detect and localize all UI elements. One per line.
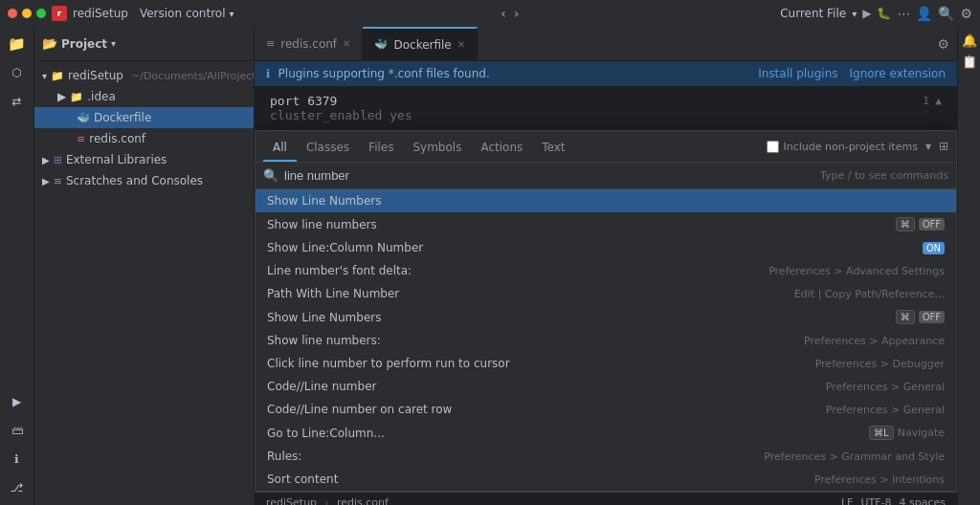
result-name-12: Rules: [267, 450, 301, 463]
back-icon[interactable]: ‹ [501, 6, 506, 21]
tab-redis-close-icon[interactable]: ✕ [343, 38, 350, 49]
titlebar: r rediSetup Version control ▾ ‹ › Curren… [0, 0, 980, 27]
search-glass-icon: 🔍 [263, 168, 278, 183]
result-item-2[interactable]: Show line numbers ⌘ OFF [256, 212, 956, 236]
dockerfile-icon: 🐳 [77, 112, 90, 124]
tab-dockerfile-icon: 🐳 [374, 38, 388, 51]
result-item-9[interactable]: Code//Line number Preferences > General [256, 375, 956, 398]
sidebar-icon-info[interactable]: ℹ [4, 446, 31, 472]
notif-actions: Install plugins Ignore extension [758, 67, 946, 80]
maximize-dot[interactable] [36, 9, 46, 18]
badge-on-3: ON [923, 242, 945, 254]
tab-dockerfile-close-icon[interactable]: ✕ [457, 39, 465, 50]
notification-bell-icon[interactable]: 🔔 [960, 31, 979, 50]
tab-redis-label: redis.conf [280, 37, 337, 51]
result-name-5: Path With Line Number [267, 287, 399, 300]
debug-icon[interactable]: 🐛 [877, 7, 891, 20]
tab-symbols[interactable]: Symbols [403, 135, 471, 162]
clipboard-icon[interactable]: 📋 [960, 52, 979, 71]
external-label: External Libraries [66, 153, 167, 166]
minimize-dot[interactable] [22, 9, 32, 18]
idea-folder-icon: 📁 [70, 91, 83, 103]
project-icon: 📂 [42, 36, 57, 51]
result-shortcut-11: ⌘L Navigate [869, 426, 945, 440]
search-input[interactable] [284, 168, 814, 183]
sidebar-icon-merge[interactable]: ⇄ [4, 88, 31, 115]
breadcrumb-project[interactable]: rediSetup [266, 496, 317, 505]
current-file-section: Current File ▾ ▶ 🐛 ⋯ 👤 🔍 ⚙ [780, 6, 972, 21]
root-expand-icon: ▾ [42, 71, 47, 81]
search-tabs: All Classes Files Symbols Actions Text I… [256, 131, 956, 163]
result-item-13[interactable]: Sort content Preferences > Intentions [256, 468, 956, 491]
status-indent[interactable]: 4 spaces [900, 496, 947, 505]
result-item-12[interactable]: Rules: Preferences > Grammar and Style [256, 445, 956, 468]
kbd-11: ⌘L [869, 426, 894, 440]
editor-area: ≡ redis.conf ✕ 🐳 Dockerfile ✕ ⚙ ℹ Plugin… [255, 27, 957, 505]
result-item-8[interactable]: Click line number to perform run to curs… [256, 352, 956, 375]
result-shortcut-4: Preferences > Advanced Settings [768, 265, 945, 277]
tabs-list: ≡ redis.conf ✕ 🐳 Dockerfile ✕ [255, 27, 478, 60]
project-panel-header: 📂 Project ▾ [34, 27, 254, 61]
tree-item-dockerfile[interactable]: 🐳 Dockerfile [34, 107, 254, 128]
sidebar-icon-db[interactable]: 🗃 [4, 417, 31, 444]
tree-item-scratches[interactable]: ▶ ≡ Scratches and Consoles [34, 170, 254, 191]
tree-item-external[interactable]: ▶ ⊞ External Libraries [34, 149, 254, 170]
result-item-7[interactable]: Show line numbers: Preferences > Appeara… [256, 329, 956, 352]
result-item-3[interactable]: Show Line:Column Number ON [256, 236, 956, 259]
include-non-project-label: Include non-project items [783, 141, 917, 153]
titlebar-center: ‹ › [501, 6, 519, 21]
filter-icon[interactable]: ▾ [925, 140, 931, 153]
result-item-11[interactable]: Go to Line:Column... ⌘L Navigate [256, 421, 956, 445]
include-non-project-option[interactable]: Include non-project items [767, 141, 917, 153]
result-item-1[interactable]: Show Line Numbers [256, 189, 956, 212]
install-plugins-button[interactable]: Install plugins [758, 67, 837, 80]
result-shortcut-3: ON [923, 242, 945, 254]
project-tree: ▾ 📁 rediSetup ~/Documents/AllProject/red… [34, 61, 254, 505]
tab-files[interactable]: Files [359, 135, 403, 162]
tree-item-redisconf[interactable]: ≡ redis.conf [34, 128, 254, 149]
config-icon[interactable]: ⊞ [939, 140, 948, 153]
status-encoding[interactable]: UTF-8 [860, 496, 891, 505]
app-icon: r [52, 6, 67, 21]
redisconf-icon: ≡ [77, 133, 85, 145]
tab-actions[interactable]: Actions [471, 135, 532, 162]
forward-icon[interactable]: › [514, 6, 520, 21]
search-icon[interactable]: 🔍 [938, 6, 954, 21]
tab-redis[interactable]: ≡ redis.conf ✕ [255, 27, 363, 60]
editor-settings-icon[interactable]: ⚙ [937, 36, 949, 52]
main-layout: 📁 ⬡ ⇄ ▶ 🗃 ℹ ⎇ 📂 Project ▾ ▾ 📁 rediSetup … [0, 27, 980, 505]
status-lf[interactable]: LF [841, 496, 853, 505]
include-non-project-checkbox[interactable] [767, 141, 779, 153]
result-name-9: Code//Line number [267, 380, 376, 393]
result-shortcut-10: Preferences > General [826, 404, 945, 416]
tree-root[interactable]: ▾ 📁 rediSetup ~/Documents/AllProject/red… [34, 65, 254, 86]
result-name-3: Show Line:Column Number [267, 241, 423, 254]
external-expand-icon: ▶ [42, 155, 50, 165]
titlebar-left: r rediSetup Version control ▾ [8, 5, 240, 22]
sidebar-icon-vcs[interactable]: ⬡ [4, 59, 31, 86]
tab-all[interactable]: All [263, 135, 297, 162]
sidebar-icon-run[interactable]: ▶ [4, 388, 31, 415]
result-item-10[interactable]: Code//Line number on caret row Preferenc… [256, 398, 956, 421]
code-line1: port 6379 [270, 94, 337, 108]
breadcrumb-file[interactable]: redis.conf [337, 496, 389, 505]
sidebar-icon-project[interactable]: 📁 [4, 31, 31, 57]
root-name: rediSetup [68, 69, 123, 82]
result-name-7: Show line numbers: [267, 334, 381, 347]
sidebar-icon-git[interactable]: ⎇ [4, 474, 31, 501]
gear-icon[interactable]: ⚙ [960, 6, 972, 21]
version-control-button[interactable]: Version control ▾ [134, 5, 240, 22]
tab-classes[interactable]: Classes [297, 135, 359, 162]
notif-icon: ℹ [266, 67, 271, 80]
tab-dockerfile[interactable]: 🐳 Dockerfile ✕ [363, 27, 478, 60]
result-item-5[interactable]: Path With Line Number Edit | Copy Path/R… [256, 282, 956, 305]
tab-text[interactable]: Text [532, 135, 574, 162]
run-icon[interactable]: ▶ [862, 7, 871, 20]
profile-icon[interactable]: 👤 [916, 6, 932, 21]
more-icon[interactable]: ⋯ [897, 6, 910, 21]
close-dot[interactable] [8, 9, 17, 18]
tree-item-idea[interactable]: ▶ 📁 .idea [34, 86, 254, 107]
result-item-6[interactable]: Show Line Numbers ⌘ OFF [256, 305, 956, 329]
ignore-extension-button[interactable]: Ignore extension [850, 67, 946, 80]
result-item-4[interactable]: Line number's font delta: Preferences > … [256, 259, 956, 282]
